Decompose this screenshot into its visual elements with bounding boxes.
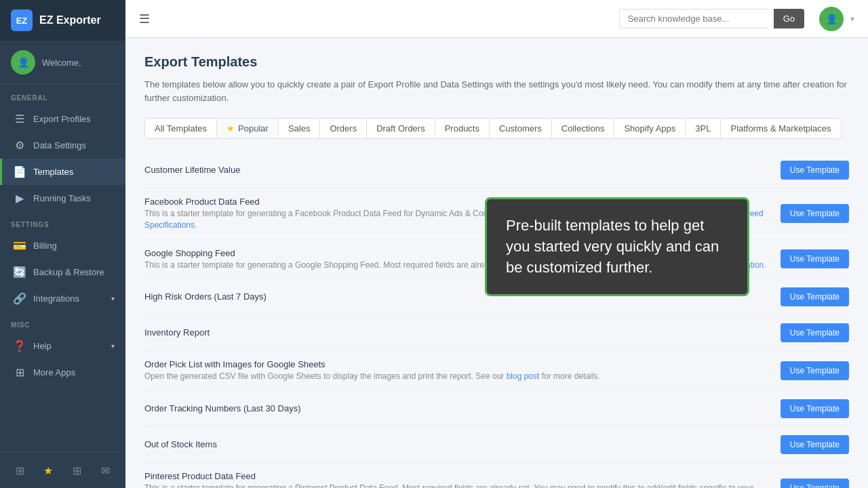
help-icon: ❓ [13,340,26,352]
template-info: Customer Lifetime Value [144,165,772,176]
template-info: Google Shopping Feed This is a starter t… [144,248,772,271]
sidebar-item-label: Billing [33,241,57,251]
filter-tabs: All Templates ★ Popular Sales Orders Dra… [144,118,842,139]
search-go-button[interactable]: Go [774,9,804,28]
more-apps-icon: ⊞ [13,366,26,379]
template-name: Google Shopping Feed [144,248,772,258]
sidebar-item-templates[interactable]: 📄 Templates [0,159,125,185]
use-template-button[interactable]: Use Template [781,161,849,180]
hamburger-menu-icon[interactable]: ☰ [139,12,150,26]
use-template-button[interactable]: Use Template [781,323,849,342]
template-name: Customer Lifetime Value [144,165,772,175]
topbar: ☰ Go 👤 ▾ [125,0,868,38]
template-list: Customer Lifetime Value Use Template Fac… [144,152,849,488]
sidebar-item-label: Help [33,341,52,351]
tab-3pl[interactable]: 3PL [686,119,721,138]
sidebar-item-label: Backup & Restore [33,267,104,277]
running-tasks-icon: ▶ [13,192,26,205]
use-template-button[interactable]: Use Template [781,361,849,380]
template-link[interactable]: Specification [717,260,764,270]
template-name: High Risk Orders (Last 7 Days) [144,291,772,302]
billing-icon: 💳 [13,239,26,252]
sidebar-item-label: Running Tasks [33,193,91,203]
sidebar-item-help[interactable]: ❓ Help ▾ [0,333,125,359]
template-info: Pinterest Product Data Feed This is a st… [144,471,772,488]
tab-customers[interactable]: Customers [490,119,552,138]
sidebar-item-backup-restore[interactable]: 🔄 Backup & Restore [0,259,125,285]
sidebar-item-more-apps[interactable]: ⊞ More Apps [0,359,125,386]
app-logo-icon: EZ [11,9,33,31]
tab-popular[interactable]: ★ Popular [217,119,279,138]
template-name: Facebook Product Data Feed [144,197,772,207]
integrations-icon: 🔗 [13,292,26,305]
template-info: High Risk Orders (Last 7 Days) [144,291,772,303]
app-name: EZ Exporter [39,14,101,26]
user-avatar[interactable]: 👤 [819,7,844,31]
search-container: Go [619,9,804,28]
template-row: Facebook Product Data Feed This is a sta… [144,188,849,240]
sidebar-footer: ⊞ ★ ⊞ ✉ [0,452,125,488]
footer-apps-icon[interactable]: ⊞ [66,460,88,481]
sidebar-header: EZ EZ Exporter [0,0,125,41]
sidebar-welcome-label: Welcome, [42,58,81,68]
tab-sales[interactable]: Sales [279,119,321,138]
footer-grid-icon[interactable]: ⊞ [9,460,31,481]
template-row: Pinterest Product Data Feed This is a st… [144,463,849,488]
search-input[interactable] [619,9,768,28]
content-area: Export Templates The templates below all… [125,38,868,488]
tab-platforms-marketplaces[interactable]: Platforms & Marketplaces [721,119,840,138]
template-info: Out of Stock Items [144,439,772,451]
tab-products[interactable]: Products [435,119,490,138]
template-row: Customer Lifetime Value Use Template [144,152,849,188]
template-name: Out of Stock Items [144,439,772,449]
template-description: This is a starter template for generatin… [144,483,772,488]
sidebar-section-misc: MISC [0,312,125,333]
sidebar-item-label: More Apps [33,367,75,378]
chevron-down-icon: ▾ [111,342,115,350]
tab-draft-orders[interactable]: Draft Orders [367,119,435,138]
sidebar-section-settings: SETTINGS [0,211,125,232]
template-info: Inventory Report [144,327,772,339]
template-description: Open the generated CSV file with Google … [144,371,772,382]
use-template-button[interactable]: Use Template [781,399,849,418]
use-template-button[interactable]: Use Template [781,287,849,306]
tab-shopify-apps[interactable]: Shopify Apps [614,119,686,138]
use-template-button[interactable]: Use Template [781,435,849,454]
footer-mail-icon[interactable]: ✉ [95,460,117,481]
template-link[interactable]: blog post [507,371,540,381]
sidebar-item-label: Integrations [33,293,79,304]
template-row: Order Pick List with Images for Google S… [144,351,849,391]
template-link[interactable]: Data Feed Specifications [144,209,764,230]
use-template-button[interactable]: Use Template [781,204,849,223]
sidebar-item-integrations[interactable]: 🔗 Integrations ▾ [0,285,125,312]
use-template-button[interactable]: Use Template [781,479,849,488]
tab-collections[interactable]: Collections [552,119,615,138]
data-settings-icon: ⚙ [13,139,26,152]
sidebar-item-label: Data Settings [33,140,86,150]
sidebar-item-label: Templates [33,167,73,177]
template-row: Out of Stock Items Use Template [144,427,849,463]
template-name: Inventory Report [144,327,772,338]
tab-all-templates[interactable]: All Templates [145,119,217,138]
sidebar-item-data-settings[interactable]: ⚙ Data Settings [0,132,125,159]
template-row: Google Shopping Feed This is a starter t… [144,240,849,280]
sidebar-item-running-tasks[interactable]: ▶ Running Tasks [0,185,125,211]
use-template-button[interactable]: Use Template [781,249,849,268]
backup-restore-icon: 🔄 [13,266,26,279]
sidebar-section-general: GENERAL [0,85,125,106]
template-row: Inventory Report Use Template [144,315,849,351]
template-info: Order Pick List with Images for Google S… [144,359,772,382]
template-description: This is a starter template for generatin… [144,260,772,271]
page-title: Export Templates [144,54,849,70]
tab-orders[interactable]: Orders [320,119,367,138]
sidebar-item-billing[interactable]: 💳 Billing [0,232,125,259]
sidebar-item-export-profiles[interactable]: ☰ Export Profiles [0,106,125,132]
template-row: Order Tracking Numbers (Last 30 Days) Us… [144,391,849,427]
footer-star-icon[interactable]: ★ [37,460,59,481]
sidebar-user-section: 👤 Welcome, [0,41,125,85]
topbar-chevron-icon[interactable]: ▾ [850,14,854,24]
template-name: Order Tracking Numbers (Last 30 Days) [144,403,772,413]
template-row: High Risk Orders (Last 7 Days) Use Templ… [144,279,849,315]
template-info: Order Tracking Numbers (Last 30 Days) [144,403,772,415]
sidebar-item-label: Export Profiles [33,114,91,124]
